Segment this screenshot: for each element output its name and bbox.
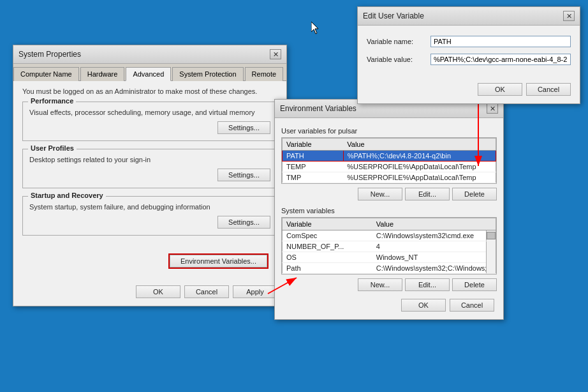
sys-vars-section-label: System variables — [281, 207, 497, 215]
sys-vars-button-row: New... Edit... Delete — [281, 278, 497, 291]
sys-vars-table-wrapper: Variable Value ComSpec C:\Windows\system… — [281, 217, 497, 275]
user-profiles-group: User Profiles Desktop settings related t… — [22, 149, 277, 188]
env-vars-button-row: OK Cancel — [275, 294, 503, 319]
tab-hardware[interactable]: Hardware — [80, 67, 125, 81]
startup-recovery-group: Startup and Recovery System startup, sys… — [22, 196, 277, 236]
user-vars-new-button[interactable]: New... — [358, 188, 402, 200]
user-profiles-settings-row: Settings... — [29, 169, 270, 181]
sys-var-val-os: Windows_NT — [372, 252, 487, 263]
edit-var-cancel-button[interactable]: Cancel — [526, 83, 571, 96]
user-var-name-temp: TEMP — [283, 162, 344, 172]
performance-settings-button[interactable]: Settings... — [217, 121, 270, 134]
system-props-title: System Properties — [18, 50, 81, 59]
admin-note: You must be logged on as an Administrato… — [22, 87, 277, 95]
tab-system-protection[interactable]: System Protection — [172, 67, 243, 81]
var-value-input[interactable] — [430, 54, 571, 65]
startup-recovery-desc: System startup, system failure, and debu… — [29, 203, 270, 211]
svg-marker-4 — [311, 22, 318, 34]
edit-var-title: Edit User Variable — [363, 11, 424, 20]
env-vars-content: User variables for pulsar Variable Value… — [275, 118, 503, 294]
tab-remote[interactable]: Remote — [245, 67, 284, 81]
tab-advanced[interactable]: Advanced — [126, 67, 171, 81]
sys-var-val-num-proc: 4 — [372, 241, 487, 252]
sys-var-row-comspec[interactable]: ComSpec C:\Windows\system32\cmd.exe — [283, 230, 496, 241]
sys-scrollbar[interactable] — [487, 230, 496, 274]
sys-scroll-header — [487, 218, 496, 230]
sys-var-row-os[interactable]: OS Windows_NT — [283, 252, 496, 263]
user-profiles-desc: Desktop settings related to your sign-in — [29, 156, 270, 163]
performance-settings-row: Settings... — [29, 121, 270, 134]
sys-var-row-path[interactable]: Path C:\Windows\system32;C:\Windows;C:\.… — [283, 263, 496, 274]
var-name-row: Variable name: — [358, 36, 580, 47]
cursor — [311, 22, 321, 36]
user-vars-button-row: New... Edit... Delete — [281, 188, 497, 200]
performance-group: Performance Visual effects, processor sc… — [22, 102, 277, 141]
user-var-row-temp[interactable]: TEMP %USERPROFILE%\AppData\Local\Temp — [283, 162, 496, 172]
system-props-tabbar: Computer Name Hardware Advanced System P… — [13, 64, 286, 81]
env-vars-cancel-button[interactable]: Cancel — [450, 299, 494, 312]
sys-vars-new-button[interactable]: New... — [358, 278, 402, 291]
system-props-ok-button[interactable]: OK — [136, 285, 180, 298]
system-props-button-row: OK Cancel Apply — [13, 280, 286, 306]
sys-vars-edit-button[interactable]: Edit... — [405, 278, 450, 291]
env-vars-button[interactable]: Environment Variables... — [168, 253, 268, 269]
sys-vars-table: Variable Value ComSpec C:\Windows\system… — [282, 218, 496, 274]
user-vars-delete-button[interactable]: Delete — [452, 188, 497, 200]
system-props-titlebar: System Properties ✕ — [13, 45, 286, 64]
edit-user-var-dialog: Edit User Variable ✕ Variable name: Vari… — [357, 6, 580, 104]
arrow-indicator — [265, 275, 303, 302]
sys-var-val-comspec: C:\Windows\system32\cmd.exe — [372, 230, 487, 241]
sys-vars-delete-button[interactable]: Delete — [452, 278, 497, 291]
sys-vars-table-scroll: Variable Value ComSpec C:\Windows\system… — [281, 217, 497, 275]
sys-val-col-header: Value — [372, 218, 487, 230]
sys-var-name-comspec: ComSpec — [283, 230, 372, 241]
user-var-name-tmp: TMP — [283, 172, 344, 183]
system-props-content: You must be logged on as an Administrato… — [13, 81, 286, 250]
edit-var-close-button[interactable]: ✕ — [563, 11, 575, 21]
user-profiles-settings-button[interactable]: Settings... — [217, 169, 270, 181]
edit-var-spacer2 — [358, 72, 580, 78]
system-props-cancel-button[interactable]: Cancel — [184, 285, 229, 298]
user-var-row-path[interactable]: PATH %PATH%;C:\dev\4.8-2014-q2\bin — [283, 151, 496, 162]
performance-label: Performance — [28, 97, 76, 105]
edit-var-ok-button[interactable]: OK — [478, 83, 522, 96]
startup-recovery-label: Startup and Recovery — [28, 192, 106, 199]
user-profiles-label: User Profiles — [28, 144, 77, 152]
edit-var-titlebar: Edit User Variable ✕ — [358, 7, 580, 26]
env-vars-ok-button[interactable]: OK — [401, 299, 446, 312]
env-vars-dialog: Environment Variables ✕ User variables f… — [274, 99, 504, 320]
sys-var-row-num-proc[interactable]: NUMBER_OF_P... 4 — [283, 241, 496, 252]
svg-line-1 — [268, 278, 297, 294]
tab-computer-name[interactable]: Computer Name — [13, 67, 79, 81]
sys-var-val-path: C:\Windows\system32;C:\Windows;C:\... — [372, 263, 487, 274]
startup-recovery-settings-button[interactable]: Settings... — [217, 216, 270, 229]
edit-var-spacer — [358, 26, 580, 36]
sys-var-col-header: Variable — [283, 218, 372, 230]
user-vars-table-container: Variable Value PATH %PATH%;C:\dev\4.8-20… — [281, 137, 497, 184]
env-vars-btn-inner[interactable]: Environment Variables... — [170, 255, 267, 268]
var-name-input[interactable] — [430, 36, 571, 47]
system-properties-dialog: System Properties ✕ Computer Name Hardwa… — [13, 45, 287, 306]
user-vars-table: Variable Value PATH %PATH%;C:\dev\4.8-20… — [282, 138, 496, 183]
edit-var-button-row: OK Cancel — [358, 78, 580, 103]
system-props-close-button[interactable]: ✕ — [270, 49, 281, 59]
var-value-label: Variable value: — [367, 56, 430, 63]
user-var-row-tmp[interactable]: TMP %USERPROFILE%\AppData\Local\Temp — [283, 172, 496, 183]
var-name-label: Variable name: — [367, 38, 430, 45]
performance-desc: Visual effects, processor scheduling, me… — [29, 109, 270, 116]
sys-vars-table-container: Variable Value ComSpec C:\Windows\system… — [281, 217, 497, 275]
env-vars-title: Environment Variables — [280, 104, 356, 113]
sys-var-name-num-proc: NUMBER_OF_P... — [283, 241, 372, 252]
user-var-name-path: PATH — [283, 151, 344, 162]
startup-recovery-settings-row: Settings... — [29, 216, 270, 229]
user-var-col-header: Variable — [283, 139, 344, 151]
user-vars-section-label: User variables for pulsar — [281, 127, 497, 135]
var-value-row: Variable value: — [358, 54, 580, 65]
env-vars-close-button[interactable]: ✕ — [487, 103, 498, 114]
sys-var-name-path: Path — [283, 263, 372, 274]
user-vars-edit-button[interactable]: Edit... — [405, 188, 450, 200]
sys-var-name-os: OS — [283, 252, 372, 263]
